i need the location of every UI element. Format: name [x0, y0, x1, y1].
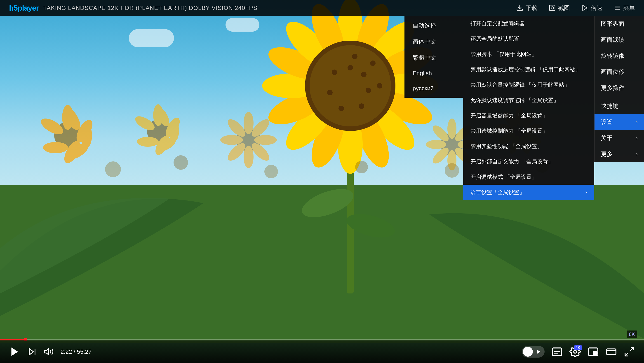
fullscreen-button[interactable] [624, 346, 635, 357]
svg-point-47 [332, 69, 337, 75]
play-button[interactable] [9, 346, 20, 357]
svg-point-52 [244, 112, 254, 134]
lang-traditional-chinese[interactable]: 繁體中文 [404, 50, 463, 66]
svg-point-6 [43, 142, 68, 153]
svg-point-18 [169, 120, 179, 142]
autoplay-toggle[interactable] [522, 346, 544, 358]
topbar-left: h5player TAKING LANDSCAPE 12K HDR (PLANE… [9, 3, 257, 12]
svg-point-82 [355, 161, 368, 173]
toggle-knob [523, 347, 533, 357]
volume-button[interactable] [44, 347, 54, 357]
app-logo: h5player [9, 3, 39, 12]
svg-point-87 [551, 7, 554, 9]
speed-label: 倍速 [591, 4, 602, 12]
svg-marker-96 [45, 349, 48, 355]
svg-point-67 [426, 140, 446, 149]
progress-fill [0, 339, 27, 341]
menu-label: 菜单 [623, 4, 635, 12]
svg-rect-86 [550, 5, 555, 10]
download-button[interactable]: 下载 [516, 4, 537, 12]
svg-point-81 [264, 165, 278, 178]
menu-item-shortcuts[interactable]: 快捷键 [594, 98, 644, 114]
subtitle-button[interactable] [551, 346, 563, 357]
progress-bar[interactable] [0, 339, 644, 341]
screenshot-icon [549, 4, 556, 11]
main-menu: 图形界面 画面滤镜 旋转镜像 画面位移 更多操作 快捷键 设置 › 关于 › 更… [594, 16, 644, 162]
settings-chevron-icon: › [636, 119, 638, 125]
menu-item-filter[interactable]: 画面滤镜 [594, 32, 644, 48]
svg-marker-97 [537, 350, 540, 354]
menu-icon [614, 4, 621, 11]
svg-rect-103 [593, 352, 597, 355]
resolution-badge: 8K [626, 331, 637, 338]
svg-point-42 [361, 72, 366, 77]
mini-player-button[interactable] [588, 346, 599, 357]
svg-point-45 [338, 106, 344, 111]
settings-allow-speed[interactable]: 允许默认速度调节逻辑 「全局设置」 [463, 92, 594, 108]
lang-russian[interactable]: русский [404, 81, 463, 96]
topbar: h5player TAKING LANDSCAPE 12K HDR (PLANE… [0, 0, 644, 16]
settings-enable-debug[interactable]: 开启调试模式 「全局设置」 [463, 169, 594, 185]
settings-button[interactable]: 4K [570, 346, 581, 357]
svg-point-50 [377, 83, 382, 88]
theater-button[interactable] [606, 346, 617, 357]
settings-enable-gain[interactable]: 开启音量增益能力 「全局设置」 [463, 108, 594, 123]
settings-disable-volume[interactable]: 禁用默认音量控制逻辑 「仅用于此网站」 [463, 77, 594, 92]
svg-point-101 [574, 350, 577, 353]
time-display: 2:22 / 55:27 [60, 348, 92, 355]
language-submenu: 自动选择 简体中文 繁體中文 English русский [404, 16, 463, 98]
svg-marker-88 [583, 5, 587, 10]
download-icon [516, 4, 523, 11]
svg-line-107 [625, 353, 628, 356]
next-button[interactable] [27, 347, 37, 357]
screenshot-label: 截图 [558, 4, 570, 12]
settings-open-editor[interactable]: 打开自定义配置编辑器 [463, 16, 594, 31]
settings-disable-experimental[interactable]: 禁用实验性功能 「全局设置」 [463, 139, 594, 154]
lang-auto[interactable]: 自动选择 [404, 17, 463, 34]
svg-rect-104 [606, 349, 616, 355]
menu-item-about[interactable]: 关于 › [594, 130, 644, 146]
play-icon-small [534, 347, 544, 357]
screenshot-button[interactable]: 截图 [549, 4, 570, 12]
settings-disable-progress[interactable]: 禁用默认播放进度控制逻辑 「仅用于此网站」 [463, 62, 594, 77]
menu-divider [594, 97, 644, 97]
menu-item-rotate[interactable]: 旋转镜像 [594, 48, 644, 64]
speed-button[interactable]: 倍速 [581, 4, 602, 12]
download-label: 下载 [526, 4, 537, 12]
time-total: 55:27 [77, 348, 92, 355]
menu-item-more-ops[interactable]: 更多操作 [594, 80, 644, 96]
svg-point-79 [105, 161, 121, 177]
svg-point-43 [366, 88, 371, 93]
settings-submenu: 打开自定义配置编辑器 还原全局的默认配置 禁用脚本 「仅用于此网站」 禁用默认播… [463, 16, 594, 200]
time-current: 2:22 [60, 348, 72, 355]
more-chevron-icon: › [636, 151, 638, 157]
settings-restore-defaults[interactable]: 还原全局的默认配置 [463, 31, 594, 46]
speed-icon [581, 4, 588, 11]
settings-disable-script[interactable]: 禁用脚本 「仅用于此网站」 [463, 46, 594, 62]
svg-point-41 [348, 65, 353, 70]
menu-item-more[interactable]: 更多 › [594, 146, 644, 162]
settings-language[interactable]: 语言设置「全局设置」 › [463, 185, 594, 200]
right-controls: 4K [522, 346, 635, 358]
svg-point-49 [370, 60, 376, 66]
settings-enable-external[interactable]: 开启外部自定义能力 「全局设置」 [463, 154, 594, 169]
menu-item-settings[interactable]: 设置 › [594, 114, 644, 130]
svg-point-44 [359, 103, 364, 109]
topbar-right: 下载 截图 倍速 菜单 [516, 4, 635, 12]
menu-button[interactable]: 菜单 [614, 4, 635, 12]
svg-marker-94 [29, 348, 33, 355]
video-title: TAKING LANDSCAPE 12K HDR (PLANET EARTH) … [44, 4, 257, 11]
menu-item-gui[interactable]: 图形界面 [594, 16, 644, 32]
settings-disable-cross[interactable]: 禁用跨域控制能力 「全局设置」 [463, 123, 594, 139]
lang-english[interactable]: English [404, 66, 463, 81]
svg-point-9 [81, 123, 92, 148]
svg-marker-93 [11, 348, 18, 356]
svg-point-80 [174, 155, 188, 170]
language-chevron-icon: › [586, 189, 587, 195]
svg-point-61 [448, 118, 456, 139]
svg-point-48 [352, 54, 358, 59]
svg-line-106 [630, 348, 634, 351]
lang-simplified-chinese[interactable]: 简体中文 [404, 34, 463, 50]
about-chevron-icon: › [636, 135, 638, 141]
menu-item-shift[interactable]: 画面位移 [594, 64, 644, 80]
